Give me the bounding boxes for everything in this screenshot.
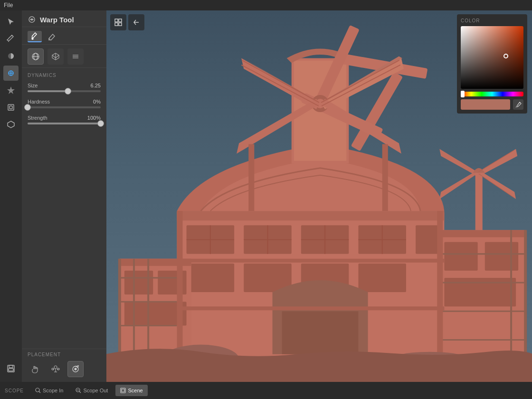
scene-btn[interactable]: Scene <box>115 385 147 396</box>
scope-in-btn[interactable]: Scope In <box>30 385 68 396</box>
menu-bar: File <box>0 0 532 10</box>
svg-rect-90 <box>177 211 182 354</box>
eyedropper-btn[interactable] <box>513 99 523 110</box>
svg-line-105 <box>79 391 81 393</box>
hardness-slider-row: Hardness 0% <box>28 99 101 108</box>
save-tool[interactable] <box>3 361 19 376</box>
color-actions <box>461 99 523 110</box>
svg-rect-97 <box>115 19 118 22</box>
tool-panel: Warp Tool <box>22 10 106 382</box>
svg-rect-93 <box>177 306 444 310</box>
bottom-bar: SCOPE Scope In Scope Out Scene <box>0 382 532 399</box>
left-toolbar <box>0 10 22 399</box>
color-panel: COLOR <box>457 14 527 114</box>
svg-rect-36 <box>416 225 439 254</box>
hardness-label: Hardness <box>28 99 50 104</box>
erase-mode-btn[interactable] <box>45 31 59 42</box>
svg-rect-108 <box>122 389 124 392</box>
svg-marker-6 <box>8 121 14 128</box>
grid-view-btn[interactable] <box>110 14 126 30</box>
back-btn[interactable] <box>128 14 144 30</box>
size-track[interactable] <box>28 90 101 92</box>
viewport-toolbar <box>110 14 144 30</box>
svg-rect-92 <box>177 259 444 263</box>
radial-tool[interactable] <box>3 83 19 98</box>
svg-line-101 <box>516 107 516 107</box>
dynamics-section: DYNAMICS Size 6.25 Hardness 0% <box>22 68 106 349</box>
paint-mode-icon <box>31 32 38 40</box>
sphere-brush-icon <box>31 52 40 61</box>
svg-point-102 <box>36 388 39 392</box>
strength-label: Strength <box>28 115 48 121</box>
placement-section: PLACEMENT <box>22 349 106 382</box>
arrow-tool[interactable] <box>3 14 19 29</box>
placement-icons <box>28 361 101 377</box>
spectrum-handle[interactable] <box>461 91 465 97</box>
svg-rect-62 <box>439 230 525 237</box>
scope-out-btn[interactable]: Scope Out <box>71 385 113 396</box>
strength-track[interactable] <box>28 123 101 124</box>
strength-slider-row: Strength 100% <box>28 115 101 124</box>
svg-rect-85 <box>475 173 483 230</box>
svg-rect-8 <box>9 365 13 368</box>
flatten-brush-btn[interactable] <box>67 48 84 65</box>
svg-rect-99 <box>115 23 118 26</box>
brush-types <box>22 45 106 68</box>
hardness-track[interactable] <box>28 106 101 108</box>
scope-label: SCOPE <box>5 388 24 393</box>
color-picker-dot[interactable] <box>504 54 508 58</box>
rotate-placement-btn[interactable] <box>67 361 84 377</box>
svg-rect-91 <box>437 211 443 354</box>
svg-rect-49 <box>282 311 359 354</box>
warp-tool[interactable] <box>3 66 19 81</box>
svg-rect-63 <box>444 242 477 270</box>
svg-line-103 <box>39 391 40 393</box>
brush-modes <box>22 27 106 45</box>
svg-rect-88 <box>248 144 254 211</box>
svg-point-27 <box>75 368 76 370</box>
back-icon <box>132 18 141 27</box>
color-preview[interactable] <box>461 99 510 110</box>
paint-mode-btn[interactable] <box>28 31 42 42</box>
smear-tool[interactable] <box>3 48 19 64</box>
scene-icon <box>120 388 126 393</box>
flatten-brush-icon <box>71 52 80 61</box>
color-spectrum[interactable] <box>461 92 523 96</box>
cube-brush-btn[interactable] <box>48 48 64 65</box>
hand-icon <box>31 364 40 374</box>
size-slider-row: Size 6.25 <box>28 83 101 92</box>
svg-rect-4 <box>8 104 14 110</box>
svg-rect-5 <box>10 106 12 109</box>
panel-title: Warp Tool <box>40 16 74 24</box>
color-label: COLOR <box>461 18 523 23</box>
grid-icon <box>114 18 123 27</box>
svg-line-86 <box>479 151 514 172</box>
sphere-brush-btn[interactable] <box>28 48 44 65</box>
pin-icon <box>51 364 60 374</box>
placement-label: PLACEMENT <box>28 352 101 357</box>
svg-line-87 <box>479 174 514 198</box>
stencil-tool[interactable] <box>3 117 19 132</box>
paint-brush-tool[interactable] <box>3 31 19 47</box>
color-picker-gradient[interactable] <box>461 26 523 89</box>
rotate-icon <box>71 364 80 374</box>
eyedropper-icon <box>515 102 522 108</box>
strength-value: 100% <box>87 115 101 121</box>
dynamics-label: DYNAMICS <box>28 73 101 78</box>
svg-rect-89 <box>382 144 388 211</box>
svg-rect-98 <box>119 19 122 22</box>
size-label: Size <box>28 83 38 88</box>
hardness-value: 0% <box>93 99 101 104</box>
svg-point-19 <box>54 366 57 369</box>
erase-mode-icon <box>48 33 56 40</box>
hand-placement-btn[interactable] <box>28 361 44 377</box>
svg-rect-48 <box>358 264 406 292</box>
transform-tool[interactable] <box>3 100 19 115</box>
cube-brush-icon <box>51 52 60 61</box>
file-menu[interactable]: File <box>4 2 13 9</box>
svg-rect-100 <box>119 23 122 26</box>
size-value: 6.25 <box>91 83 101 88</box>
svg-rect-64 <box>485 242 518 270</box>
panel-header: Warp Tool <box>22 10 106 27</box>
pin-placement-btn[interactable] <box>48 361 64 377</box>
